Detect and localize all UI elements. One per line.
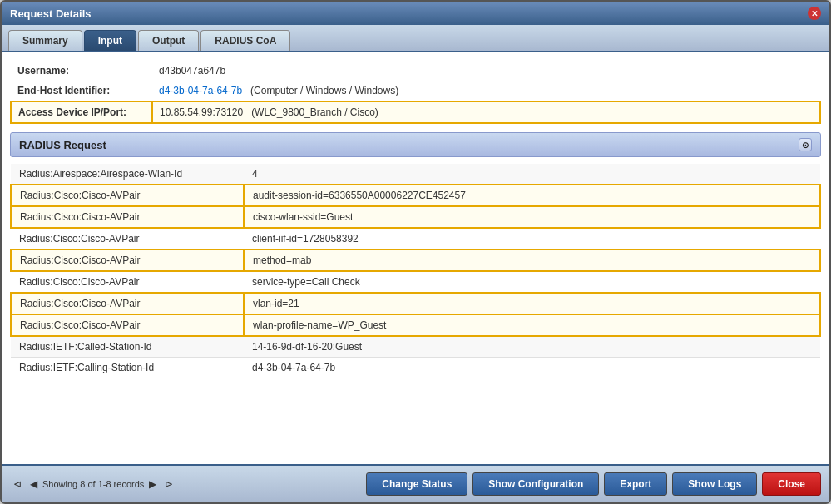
tabs-bar: Summary Input Output RADIUS CoA: [2, 25, 829, 52]
radius-val-cell: client-iif-id=1728058392: [244, 228, 820, 250]
radius-attr-cell: Radius:Cisco:Cisco-AVPair: [11, 228, 244, 250]
username-value: d43b047a647b: [152, 61, 820, 81]
radius-val-cell: cisco-wlan-ssid=Guest: [244, 206, 820, 228]
endhost-label: End-Host Identifier:: [11, 81, 152, 101]
radius-attr-cell: Radius:Cisco:Cisco-AVPair: [11, 185, 244, 206]
username-label: Username:: [11, 61, 152, 81]
radius-val-cell: method=mab: [244, 250, 820, 271]
radius-table-row: Radius:Cisco:Cisco-AVPairclient-iif-id=1…: [11, 228, 820, 250]
radius-section-title: RADIUS Request: [19, 139, 106, 151]
expand-icon[interactable]: ⊙: [799, 138, 812, 151]
export-button[interactable]: Export: [604, 472, 667, 496]
window-title: Request Details: [10, 7, 92, 20]
radius-attr-cell: Radius:IETF:Calling-Station-Id: [11, 358, 244, 378]
radius-val-cell: vlan-id=21: [244, 293, 820, 314]
radius-val-cell: audit-session-id=6336550A00006227CE45245…: [244, 185, 820, 206]
radius-section-header[interactable]: RADIUS Request ⊙: [10, 132, 821, 157]
access-device-label: Access Device IP/Port:: [11, 101, 152, 123]
endhost-row: End-Host Identifier: d4-3b-04-7a-64-7b (…: [11, 81, 820, 101]
tab-input[interactable]: Input: [84, 30, 136, 51]
title-bar: Request Details ✕: [2, 2, 829, 25]
radius-table-row: Radius:Cisco:Cisco-AVPaircisco-wlan-ssid…: [11, 206, 820, 228]
info-table: Username: d43b047a647b End-Host Identifi…: [10, 61, 821, 124]
radius-table-row: Radius:Airespace:Airespace-Wlan-Id4: [11, 164, 820, 185]
radius-table-row: Radius:Cisco:Cisco-AVPairservice-type=Ca…: [11, 271, 820, 293]
nav-prev-button[interactable]: ◀: [27, 477, 41, 492]
radius-attr-cell: Radius:IETF:Called-Station-Id: [11, 336, 244, 358]
records-label: Showing 8 of 1-8 records: [42, 479, 144, 489]
radius-val-cell: 14-16-9d-df-16-20:Guest: [244, 336, 820, 358]
radius-val-cell: wlan-profile-name=WP_Guest: [244, 314, 820, 336]
nav-last-button[interactable]: ⊳: [161, 477, 176, 492]
radius-table-row: Radius:Cisco:Cisco-AVPairvlan-id=21: [11, 293, 820, 314]
window-close-button[interactable]: ✕: [808, 7, 821, 20]
radius-table-row: Radius:Cisco:Cisco-AVPairaudit-session-i…: [11, 185, 820, 206]
radius-attr-cell: Radius:Cisco:Cisco-AVPair: [11, 271, 244, 293]
username-row: Username: d43b047a647b: [11, 61, 820, 81]
radius-table-row: Radius:IETF:Calling-Station-Idd4-3b-04-7…: [11, 358, 820, 378]
main-content: Username: d43b047a647b End-Host Identifi…: [2, 52, 829, 464]
access-device-ip: 10.85.54.99:73120: [160, 106, 243, 118]
radius-attr-cell: Radius:Airespace:Airespace-Wlan-Id: [11, 164, 244, 185]
radius-attr-cell: Radius:Cisco:Cisco-AVPair: [11, 206, 244, 228]
radius-table-row: Radius:IETF:Called-Station-Id14-16-9d-df…: [11, 336, 820, 358]
access-device-row: Access Device IP/Port: 10.85.54.99:73120…: [11, 101, 820, 123]
show-logs-button[interactable]: Show Logs: [672, 472, 757, 496]
change-status-button[interactable]: Change Status: [366, 472, 467, 496]
show-configuration-button[interactable]: Show Configuration: [472, 472, 599, 496]
footer-bar: ⊲ ◀ Showing 8 of 1-8 records ▶ ⊳ Change …: [2, 464, 829, 502]
radius-val-cell: 4: [244, 164, 820, 185]
radius-attr-cell: Radius:Cisco:Cisco-AVPair: [11, 314, 244, 336]
tab-output[interactable]: Output: [138, 30, 199, 51]
access-device-suffix: (WLC_9800_Branch / Cisco): [251, 106, 378, 118]
radius-val-cell: service-type=Call Check: [244, 271, 820, 293]
nav-next-button[interactable]: ▶: [146, 477, 160, 492]
radius-attr-cell: Radius:Cisco:Cisco-AVPair: [11, 293, 244, 314]
endhost-link[interactable]: d4-3b-04-7a-64-7b: [159, 85, 242, 96]
radius-table-row: Radius:Cisco:Cisco-AVPairwlan-profile-na…: [11, 314, 820, 336]
radius-table: Radius:Airespace:Airespace-Wlan-Id4Radiu…: [10, 164, 821, 378]
nav-section: ⊲ ◀ Showing 8 of 1-8 records ▶ ⊳: [10, 477, 176, 492]
endhost-suffix: (Computer / Windows / Windows): [250, 85, 398, 96]
close-button[interactable]: Close: [762, 472, 821, 496]
access-device-value: 10.85.54.99:73120 (WLC_9800_Branch / Cis…: [152, 101, 820, 123]
radius-val-cell: d4-3b-04-7a-64-7b: [244, 358, 820, 378]
radius-attr-cell: Radius:Cisco:Cisco-AVPair: [11, 250, 244, 271]
tab-radius-coa[interactable]: RADIUS CoA: [200, 30, 290, 51]
endhost-value: d4-3b-04-7a-64-7b (Computer / Windows / …: [152, 81, 820, 101]
nav-first-button[interactable]: ⊲: [10, 477, 25, 492]
tab-summary[interactable]: Summary: [8, 30, 82, 51]
request-details-window: Request Details ✕ Summary Input Output R…: [0, 0, 831, 504]
radius-table-row: Radius:Cisco:Cisco-AVPairmethod=mab: [11, 250, 820, 271]
